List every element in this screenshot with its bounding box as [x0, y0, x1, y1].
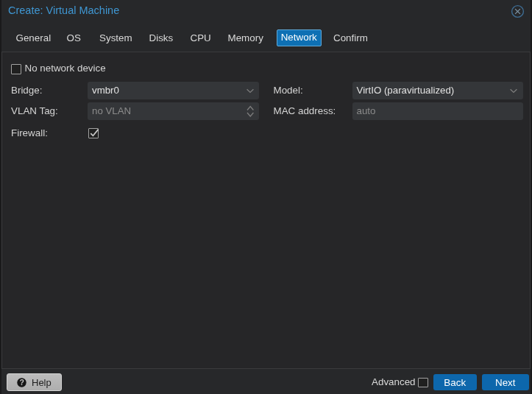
svg-text:?: ?	[19, 378, 24, 387]
